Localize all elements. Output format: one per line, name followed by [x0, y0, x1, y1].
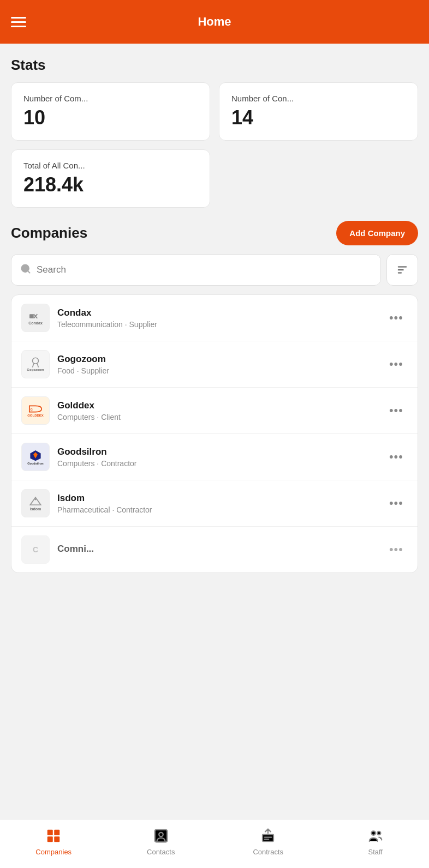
- company-logo-goodsilron: Goodsilron: [21, 443, 50, 471]
- search-row: [11, 254, 418, 286]
- stat-label-total: Total of All Con...: [23, 161, 198, 170]
- companies-title: Companies: [11, 225, 87, 242]
- search-icon: [20, 263, 31, 277]
- svg-point-8: [32, 358, 38, 364]
- svg-rect-15: [47, 836, 53, 842]
- company-menu-button[interactable]: •••: [385, 355, 408, 373]
- svg-rect-5: [29, 314, 34, 318]
- nav-item-contacts[interactable]: Contacts: [108, 826, 215, 856]
- company-name: Goodsilron: [57, 447, 385, 457]
- company-meta: Pharmaceutical · Contractor: [57, 505, 385, 514]
- stats-title: Stats: [11, 57, 418, 74]
- menu-icon[interactable]: [11, 17, 26, 27]
- company-logo-gogozoom: Gogozoom: [21, 350, 50, 378]
- company-info-partial: Comni...: [57, 544, 385, 556]
- filter-button[interactable]: [386, 254, 418, 286]
- company-meta: Computers · Client: [57, 413, 385, 421]
- svg-point-12: [34, 498, 36, 500]
- stat-card-contacts: Number of Con... 14: [219, 82, 418, 141]
- search-container: [11, 254, 381, 286]
- staff-icon: [366, 826, 385, 846]
- companies-header: Companies Add Company: [11, 221, 418, 245]
- list-item[interactable]: Goodsilron Goodsilron Computers · Contra…: [11, 434, 418, 480]
- stat-label-contacts: Number of Con...: [231, 94, 406, 103]
- company-name: Gogozoom: [57, 354, 385, 365]
- company-meta: Food · Supplier: [57, 366, 385, 375]
- add-company-button[interactable]: Add Company: [336, 221, 418, 245]
- svg-line-9: [32, 364, 33, 367]
- list-item[interactable]: G GOLDDEX Golddex Computers · Client •••: [11, 388, 418, 434]
- company-logo-golddex: G GOLDDEX: [21, 396, 50, 425]
- svg-point-18: [159, 833, 163, 837]
- stat-value-companies: 10: [23, 106, 198, 129]
- company-name: Golddex: [57, 400, 385, 411]
- company-info-goodsilron: Goodsilron Computers · Contractor: [57, 447, 385, 468]
- nav-label-staff: Staff: [368, 848, 383, 856]
- stat-label-companies: Number of Com...: [23, 94, 198, 103]
- svg-line-1: [28, 270, 30, 273]
- nav-item-contracts[interactable]: Contracts: [214, 826, 322, 856]
- nav-label-contracts: Contracts: [253, 848, 283, 856]
- nav-item-companies[interactable]: Companies: [0, 826, 108, 856]
- company-info-gogozoom: Gogozoom Food · Supplier: [57, 354, 385, 375]
- stat-value-contacts: 14: [231, 106, 406, 129]
- bottom-nav: Companies Contacts Contracts: [0, 819, 429, 868]
- company-logo-isdom: Isdom: [21, 489, 50, 517]
- stats-grid-2: Total of All Con... 218.4k: [11, 149, 418, 208]
- svg-rect-16: [55, 836, 60, 842]
- company-info-isdom: Isdom Pharmaceutical · Contractor: [57, 493, 385, 514]
- companies-section: Companies Add Company: [11, 221, 418, 573]
- company-logo-partial: C: [21, 535, 50, 564]
- nav-label-companies: Companies: [35, 848, 72, 856]
- svg-rect-19: [263, 835, 273, 842]
- svg-point-23: [377, 831, 380, 835]
- company-menu-button[interactable]: •••: [385, 448, 408, 466]
- company-info-condax: Condax Telecommunication · Supplier: [57, 308, 385, 329]
- company-info-golddex: Golddex Computers · Client: [57, 400, 385, 421]
- stats-grid: Number of Com... 10 Number of Con... 14: [11, 82, 418, 141]
- stat-card-companies: Number of Com... 10: [11, 82, 210, 141]
- company-name: Comni...: [57, 544, 385, 554]
- svg-point-22: [371, 831, 376, 835]
- list-item[interactable]: C Comni... •••: [11, 527, 418, 572]
- svg-line-10: [37, 364, 38, 367]
- svg-text:G: G: [30, 408, 32, 411]
- page-title: Home: [198, 15, 231, 29]
- company-menu-button[interactable]: •••: [385, 540, 408, 559]
- contracts-icon: [258, 826, 278, 846]
- stats-section: Stats Number of Com... 10 Number of Con.…: [11, 57, 418, 208]
- company-list: Condax Condax Telecommunication · Suppli…: [11, 294, 418, 573]
- list-item[interactable]: Isdom Isdom Pharmaceutical · Contractor …: [11, 480, 418, 527]
- stat-value-total: 218.4k: [23, 173, 198, 196]
- search-input[interactable]: [37, 264, 372, 275]
- company-menu-button[interactable]: •••: [385, 401, 408, 420]
- company-meta: Telecommunication · Supplier: [57, 320, 385, 329]
- company-name: Condax: [57, 308, 385, 318]
- svg-rect-14: [55, 830, 60, 835]
- company-name: Isdom: [57, 493, 385, 504]
- nav-label-contacts: Contacts: [147, 848, 175, 856]
- contacts-icon: [151, 826, 171, 846]
- header: Home: [0, 0, 429, 44]
- company-menu-button[interactable]: •••: [385, 494, 408, 513]
- companies-icon: [44, 826, 63, 846]
- nav-item-staff[interactable]: Staff: [322, 826, 430, 856]
- company-meta: Computers · Contractor: [57, 459, 385, 468]
- company-menu-button[interactable]: •••: [385, 309, 408, 327]
- company-logo-condax: Condax: [21, 304, 50, 332]
- list-item[interactable]: Gogozoom Gogozoom Food · Supplier •••: [11, 341, 418, 388]
- main-content: Stats Number of Com... 10 Number of Con.…: [0, 44, 429, 819]
- svg-rect-13: [47, 830, 53, 835]
- stat-card-total: Total of All Con... 218.4k: [11, 149, 210, 208]
- list-item[interactable]: Condax Condax Telecommunication · Suppli…: [11, 295, 418, 341]
